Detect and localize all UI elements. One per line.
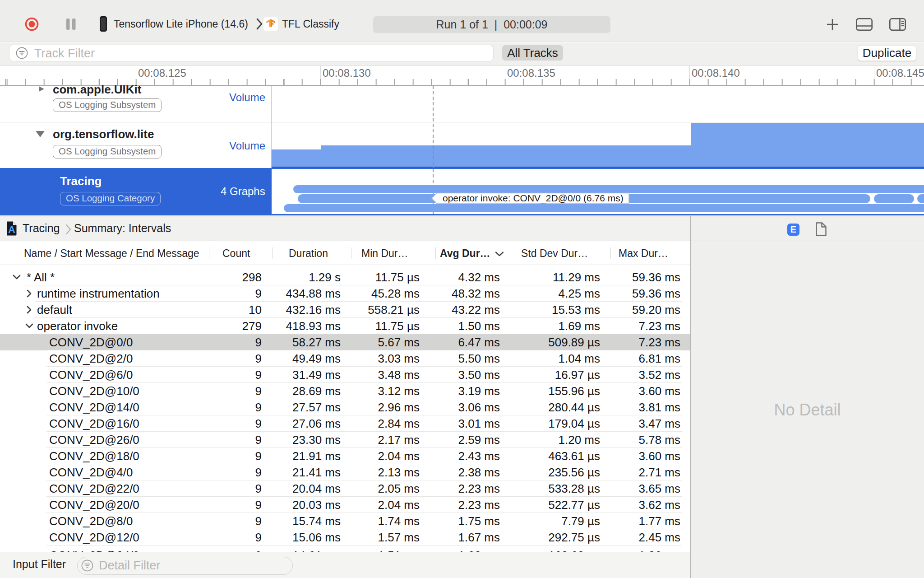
- svg-text:A: A: [8, 224, 15, 235]
